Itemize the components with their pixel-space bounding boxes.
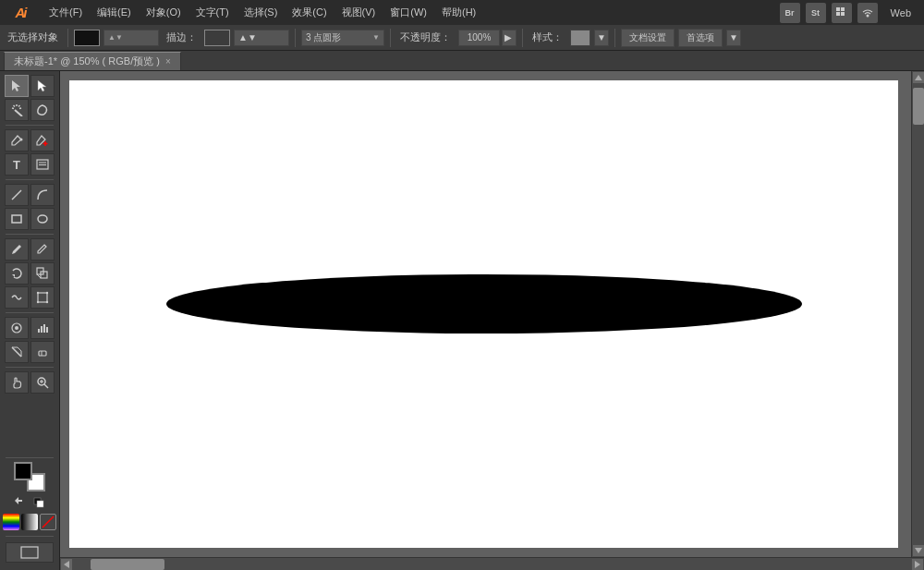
default-colors-icon[interactable] [31,495,46,510]
swap-colors-icon[interactable] [13,495,28,510]
gradient-mode-icon[interactable] [21,514,38,530]
none-mode-icon[interactable] [40,514,56,530]
direct-select-tool[interactable] [30,75,55,97]
svg-rect-33 [38,329,40,333]
style-swatch[interactable] [570,30,590,46]
h-scrollbar-thumb[interactable] [91,559,164,570]
svg-rect-38 [39,351,46,356]
tab-close-button[interactable]: × [165,56,171,67]
menu-object[interactable]: 对象(O) [140,4,188,21]
color-mode-row [3,514,56,530]
grid-icon[interactable] [832,3,852,23]
scale-tool[interactable] [30,262,55,285]
menu-effect[interactable]: 效果(C) [286,4,333,21]
svg-marker-50 [915,548,922,553]
brush-tool[interactable] [5,238,29,261]
menu-file[interactable]: 文件(F) [43,4,89,21]
wireless-icon[interactable] [857,3,878,23]
scrollbar-right-arrow[interactable] [912,559,923,570]
eraser-tool[interactable] [30,341,55,363]
fill-dropdown[interactable]: ▲▼ [103,30,159,46]
prefs-dropdown[interactable]: ▼ [726,30,741,46]
stock-icon[interactable]: St [806,3,826,23]
warp-tool[interactable] [5,286,29,309]
ellipse-tool[interactable] [30,208,55,230]
area-type-tool[interactable] [30,153,55,176]
hand-tool[interactable] [5,371,29,394]
svg-point-28 [46,292,48,294]
scrollbar-down-arrow[interactable] [913,545,924,556]
toolbar-divider-5 [614,29,615,47]
menu-help[interactable]: 帮助(H) [435,4,482,21]
tab-close-paren: ) [156,55,160,67]
transform-row [5,262,55,285]
stroke-dropdown[interactable]: ▲▼ [234,30,289,46]
fill-swatch[interactable] [74,30,100,46]
menu-window[interactable]: 窗口(W) [383,4,433,21]
lasso-tool[interactable] [30,99,55,121]
document-tab[interactable]: 未标题-1* @ 150% ( RGB/预览 ) × [4,52,181,70]
svg-rect-34 [41,326,43,333]
tab-at: @ [60,55,73,67]
rect-tool[interactable] [5,208,29,230]
canvas-and-scrollbar [60,71,924,557]
anchor-add-tool[interactable] [30,129,55,152]
tab-title: 未标题-1* @ 150% ( RGB/预览 ) [14,55,160,68]
svg-marker-22 [12,274,15,277]
menu-select[interactable]: 选择(S) [237,4,285,21]
toolbar-divider-1 [67,29,68,47]
style-dropdown[interactable]: ▼ [594,30,609,46]
type-tool[interactable]: T [5,153,29,176]
canvas-area[interactable] [60,71,911,557]
arc-tool[interactable] [30,184,55,206]
opacity-group: ▶ [458,30,517,46]
horizontal-scrollbar[interactable] [60,557,924,570]
bridge-icon[interactable]: Br [780,3,800,23]
scrollbar-up-arrow[interactable] [913,72,924,83]
svg-rect-3 [841,12,845,16]
line-tool[interactable] [5,184,29,206]
opacity-input[interactable] [458,30,500,46]
shape-dropdown[interactable]: 3 点圆形 ▼ [301,30,384,46]
app-logo: Ai [6,0,35,25]
menu-view[interactable]: 视图(V) [335,4,383,21]
foreground-color-swatch[interactable] [14,462,32,480]
slice-tool[interactable] [5,341,29,363]
slice-eraser-row [5,341,55,363]
screen-mode-tool[interactable] [6,542,54,563]
stroke-swatch[interactable] [204,30,230,46]
prefs-button[interactable]: 首选项 [678,29,723,47]
type-icon: T [13,158,20,172]
magic-wand-tool[interactable] [5,99,29,121]
free-transform-tool[interactable] [30,286,55,309]
svg-line-41 [44,384,48,388]
web-button[interactable]: Web [883,6,918,20]
scrollbar-left-arrow[interactable] [61,559,72,570]
svg-marker-6 [38,80,46,91]
color-section [3,455,56,566]
menu-text[interactable]: 文字(T) [189,4,236,21]
title-bar: Ai 文件(F) 编辑(E) 对象(O) 文字(T) 选择(S) 效果(C) 视… [0,0,924,25]
pen-tool[interactable] [5,129,29,152]
scrollbar-thumb[interactable] [913,88,924,125]
doc-setup-button[interactable]: 文档设置 [621,29,675,47]
tool-sep-1 [6,125,54,126]
opacity-unit-dropdown[interactable]: ▶ [502,30,517,46]
vertical-scrollbar[interactable] [911,71,924,557]
pencil-tool[interactable] [30,238,55,261]
selection-tool[interactable] [5,75,29,97]
chart-tool[interactable] [30,317,55,339]
svg-line-11 [12,108,14,109]
symbol-tool[interactable] [5,317,29,339]
line-tools-row [5,184,55,206]
shape-container [165,267,803,343]
scrollbar-track [912,83,924,545]
svg-line-19 [12,190,21,200]
svg-point-29 [37,301,39,303]
menu-edit[interactable]: 编辑(E) [91,4,138,21]
ellipse-shape[interactable] [165,267,803,341]
zoom-tool[interactable] [30,371,55,394]
toolbar-divider-3 [390,29,391,47]
color-mode-icon[interactable] [3,514,19,530]
rotate-tool[interactable] [5,262,29,285]
